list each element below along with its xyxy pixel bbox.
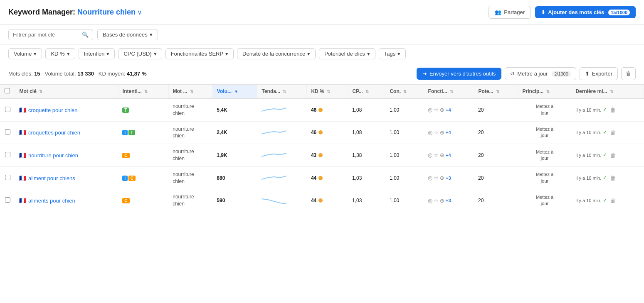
cpc-cell: 1,08: [348, 121, 385, 144]
sort-volume[interactable]: ▼: [234, 89, 238, 94]
principale-cell: Mettez àjour: [518, 189, 571, 212]
title-caret[interactable]: ∨: [137, 9, 142, 16]
fonct-plus-badge[interactable]: +3: [446, 176, 451, 181]
intention-cell: C: [118, 189, 168, 212]
mot-group-cell: nourriturechien: [168, 144, 212, 167]
share-button[interactable]: 👥 Partager: [489, 6, 531, 19]
sort-principale[interactable]: ⇅: [546, 89, 550, 94]
star-icon: ☆: [434, 152, 439, 158]
delete-row-icon[interactable]: 🗑: [610, 197, 616, 204]
keyword-link[interactable]: croquette pour chien: [28, 107, 78, 113]
col-concurrence: Con. ⇅: [385, 85, 424, 98]
page-title: Keyword Manager: Nourriture chien∨: [8, 8, 142, 17]
trend-cell: [257, 121, 307, 144]
tag-c: C: [122, 153, 129, 158]
send-tools-button[interactable]: ➜ Envoyer vers d'autres outils: [417, 68, 501, 80]
delete-row-icon[interactable]: 🗑: [610, 129, 616, 136]
sort-potentiel[interactable]: ⇅: [496, 89, 499, 94]
row-checkbox[interactable]: [5, 152, 10, 157]
star-icon: ☆: [434, 107, 439, 113]
delete-row-icon[interactable]: 🗑: [610, 175, 616, 181]
concurrence-cell: 1,00: [385, 98, 424, 121]
fonct-plus-badge[interactable]: +4: [446, 153, 451, 158]
refresh-icon: ↺: [510, 71, 515, 77]
tag-c: C: [128, 176, 136, 181]
row-checkbox[interactable]: [5, 175, 10, 180]
databases-filter[interactable]: Bases de données ▾: [97, 29, 158, 40]
search-box[interactable]: 🔍: [8, 29, 93, 40]
delete-button[interactable]: 🗑: [621, 67, 636, 80]
flag-icon: 🇫🇷: [19, 152, 26, 159]
stats-bar: Mots clés: 15 Volume total: 13 330 KD mo…: [0, 63, 644, 85]
density-filter[interactable]: Densité de la concurrence ▾: [237, 48, 316, 59]
sort-mot-cle[interactable]: ⇅: [39, 89, 42, 94]
download-icon: ⬇: [541, 9, 545, 15]
derniere-cell: Il y a 10 min.✓🗑: [571, 98, 644, 121]
keyword-link[interactable]: aliment pour chiens: [28, 175, 75, 181]
volume-cell: 2,4K: [212, 121, 257, 144]
keywords-table: Mot clé ⇅ Intenti... ⇅ Mot ... ⇅ Volu...…: [0, 85, 644, 212]
potential-filter[interactable]: Potentiel de clics ▾: [319, 48, 375, 59]
volume-cell: 1,9K: [212, 144, 257, 167]
chevron-down-icon: ▾: [225, 51, 228, 57]
col-tendance: Tenda... ⇅: [257, 85, 307, 98]
sort-kd[interactable]: ⇅: [327, 89, 330, 94]
sort-cpc[interactable]: ⇅: [365, 89, 369, 94]
col-mot-group: Mot ... ⇅: [168, 85, 212, 98]
fonctionnalites-cell: ◎☆⊕+4: [424, 98, 474, 121]
serp-filter[interactable]: Fonctionnalités SERP ▾: [165, 48, 234, 59]
sort-intention[interactable]: ⇅: [144, 89, 148, 94]
cpc-filter[interactable]: CPC (USD) ▾: [118, 48, 162, 59]
trend-cell: [257, 144, 307, 167]
search-icon: 🔍: [82, 32, 89, 38]
sort-mot-group[interactable]: ⇅: [190, 89, 193, 94]
row-checkbox[interactable]: [5, 107, 10, 112]
sort-fonct[interactable]: ⇅: [450, 89, 453, 94]
volume-cell: 590: [212, 189, 257, 212]
row-checkbox[interactable]: [5, 197, 10, 203]
keyword-link[interactable]: nourriture pour chien: [28, 152, 78, 159]
link-icon: ⊕: [440, 198, 444, 204]
search-input[interactable]: [13, 32, 79, 38]
fonctionnalites-cell: ◎☆⊕+3: [424, 189, 474, 212]
keyword-link[interactable]: aliments pour chien: [28, 198, 75, 204]
principale-cell: Mettez àjour: [518, 98, 571, 121]
volume-filter[interactable]: Volume ▾: [8, 48, 42, 59]
sort-tendance[interactable]: ⇅: [283, 89, 286, 94]
tags-filter[interactable]: Tags ▾: [379, 48, 406, 59]
header-actions: 👥 Partager ⬇ Ajouter des mots clés 15/10…: [489, 6, 636, 19]
chevron-down-icon: ▾: [150, 32, 153, 38]
fonctionnalites-cell: ◎☆⊕+3: [424, 166, 474, 189]
trend-cell: [257, 166, 307, 189]
sort-derniere[interactable]: ⇅: [610, 89, 613, 94]
kd-cell: 44: [307, 189, 348, 212]
flag-icon: 🇫🇷: [19, 129, 26, 136]
col-potentiel: Pote... ⇅: [474, 85, 518, 98]
export-button[interactable]: ⬆ Exporter: [580, 67, 618, 80]
intention-filter[interactable]: Intention ▾: [79, 48, 115, 59]
kd-filter[interactable]: KD % ▾: [45, 48, 75, 59]
link-icon: ⊕: [440, 107, 444, 113]
fonct-plus-badge[interactable]: +4: [446, 130, 451, 135]
delete-row-icon[interactable]: 🗑: [610, 107, 616, 113]
check-icon: ✓: [603, 198, 607, 203]
volume-cell: 5,4K: [212, 98, 257, 121]
add-keywords-button[interactable]: ⬇ Ajouter des mots clés 15/1000: [535, 6, 636, 18]
row-checkbox[interactable]: [5, 129, 10, 134]
tag-i: I: [122, 176, 128, 181]
page-header: Keyword Manager: Nourriture chien∨ 👥 Par…: [0, 0, 644, 25]
delete-row-icon[interactable]: 🗑: [610, 152, 616, 159]
update-button[interactable]: ↺ Mettre à jour 2/1000: [505, 67, 576, 80]
kd-dot: [318, 198, 323, 203]
mot-group-cell: nourriturechien: [168, 121, 212, 144]
mots-cles-label: Mots clés: 15 Volume total: 13 330 KD mo…: [8, 71, 146, 77]
fonct-plus-badge[interactable]: +3: [446, 198, 451, 203]
fonct-plus-badge[interactable]: +4: [446, 108, 451, 112]
flag-icon: 🇫🇷: [19, 197, 26, 204]
sort-concurrence[interactable]: ⇅: [403, 89, 407, 94]
select-all-checkbox[interactable]: [5, 88, 10, 93]
kd-cell: 44: [307, 166, 348, 189]
share-icon: 👥: [495, 9, 501, 15]
fonctionnalites-cell: ◎☆⊕+4: [424, 121, 474, 144]
keyword-link[interactable]: croquettes pour chien: [28, 130, 80, 136]
